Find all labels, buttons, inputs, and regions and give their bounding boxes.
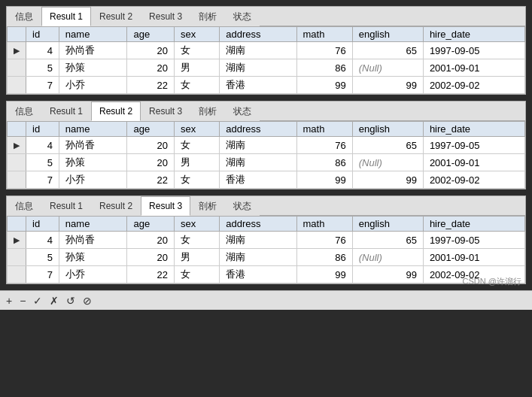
tab-1-3[interactable]: Result 3 xyxy=(141,7,190,26)
grid-1: idnameagesexaddressmathenglishhire_date▶… xyxy=(7,26,525,94)
cell-english: 99 xyxy=(352,171,423,189)
cell-sex: 女 xyxy=(175,42,220,59)
cell-age: 20 xyxy=(127,154,175,171)
tab-2-5[interactable]: 状态 xyxy=(225,102,260,121)
cell-name: 孙尚香 xyxy=(59,137,127,154)
tab-3-1[interactable]: Result 1 xyxy=(41,196,91,216)
table-row[interactable]: 5孙策20男湖南86(Null)2001-09-01 xyxy=(8,249,525,266)
cell-english: (Null) xyxy=(352,249,423,266)
cell-english: 65 xyxy=(352,42,423,59)
col-header-address: address xyxy=(220,122,296,137)
add-button[interactable]: + xyxy=(5,295,14,306)
row-indicator: ▶ xyxy=(8,137,26,154)
col-header-sex: sex xyxy=(175,122,220,137)
table-row[interactable]: 7小乔22女香港99992002-09-02 xyxy=(8,171,525,189)
col-header-age: age xyxy=(127,27,175,42)
tab-2-1[interactable]: Result 1 xyxy=(41,102,91,121)
col-header-age: age xyxy=(127,217,175,232)
stop-button[interactable]: ⊘ xyxy=(81,295,93,306)
table-row[interactable]: ▶4孙尚香20女湖南76651997-09-05 xyxy=(8,232,525,249)
cell-address: 湖南 xyxy=(220,59,296,77)
row-indicator xyxy=(8,171,26,189)
cell-hire_date: 2002-09-02 xyxy=(423,171,524,189)
cell-hire_date: 1997-09-05 xyxy=(423,137,524,154)
cell-id: 5 xyxy=(26,154,59,171)
cell-english: 99 xyxy=(352,266,423,283)
cell-age: 20 xyxy=(127,59,175,77)
col-header-math: math xyxy=(296,27,352,42)
cell-id: 4 xyxy=(26,232,59,249)
cell-address: 香港 xyxy=(220,266,296,283)
cell-name: 孙尚香 xyxy=(59,232,127,249)
tab-1-1[interactable]: Result 1 xyxy=(41,7,91,26)
table-row[interactable]: ▶4孙尚香20女湖南76651997-09-05 xyxy=(8,42,525,59)
tab-bar-1: 信息Result 1Result 2Result 3剖析状态 xyxy=(7,7,525,26)
tab-1-0[interactable]: 信息 xyxy=(7,7,41,26)
cell-age: 22 xyxy=(127,77,175,94)
col-header-name: name xyxy=(59,217,127,232)
col-header-hire_date: hire_date xyxy=(423,217,524,232)
confirm-button[interactable]: ✓ xyxy=(32,295,44,306)
tab-1-5[interactable]: 状态 xyxy=(225,7,260,26)
table-row[interactable]: ▶4孙尚香20女湖南76651997-09-05 xyxy=(8,137,525,154)
cell-hire_date: 2001-09-01 xyxy=(423,249,524,266)
tab-2-4[interactable]: 剖析 xyxy=(190,102,225,121)
table-row[interactable]: 7小乔22女香港99992002-09-02 xyxy=(8,266,525,283)
row-indicator xyxy=(8,266,26,283)
table-row[interactable]: 7小乔22女香港99992002-09-02 xyxy=(8,77,525,94)
col-header-id: id xyxy=(26,122,59,137)
cell-english: (Null) xyxy=(352,59,423,77)
cell-id: 4 xyxy=(26,42,59,59)
tab-3-3[interactable]: Result 3 xyxy=(141,196,190,216)
tab-2-2[interactable]: Result 2 xyxy=(91,102,141,121)
tab-1-4[interactable]: 剖析 xyxy=(190,7,225,26)
panel-3: 信息Result 1Result 2Result 3剖析状态idnameages… xyxy=(6,195,526,284)
tab-3-4[interactable]: 剖析 xyxy=(190,196,225,216)
cell-age: 22 xyxy=(127,171,175,189)
col-header-math: math xyxy=(296,122,352,137)
col-header-age: age xyxy=(127,122,175,137)
row-indicator: ▶ xyxy=(8,42,26,59)
remove-button[interactable]: − xyxy=(18,295,27,306)
cell-math: 86 xyxy=(296,249,352,266)
cell-hire_date: 2002-09-02 xyxy=(423,77,524,94)
tab-3-2[interactable]: Result 2 xyxy=(91,196,141,216)
panel-1: 信息Result 1Result 2Result 3剖析状态idnameages… xyxy=(6,6,526,95)
tab-2-0[interactable]: 信息 xyxy=(7,102,41,121)
cell-sex: 男 xyxy=(175,249,220,266)
cell-address: 湖南 xyxy=(220,154,296,171)
cell-id: 5 xyxy=(26,59,59,77)
col-header-address: address xyxy=(220,27,296,42)
cell-hire_date: 2001-09-01 xyxy=(423,59,524,77)
table-row[interactable]: 5孙策20男湖南86(Null)2001-09-01 xyxy=(8,59,525,77)
cell-math: 76 xyxy=(296,137,352,154)
refresh-button[interactable]: ↺ xyxy=(65,295,77,306)
col-header-english: english xyxy=(352,122,423,137)
tab-3-5[interactable]: 状态 xyxy=(225,196,260,216)
cell-english: 99 xyxy=(352,77,423,94)
col-header-id: id xyxy=(26,217,59,232)
cell-math: 99 xyxy=(296,266,352,283)
cell-hire_date: 2001-09-01 xyxy=(423,154,524,171)
cell-english: (Null) xyxy=(352,154,423,171)
col-header-hire_date: hire_date xyxy=(423,27,524,42)
col-header-sex: sex xyxy=(175,27,220,42)
tab-2-3[interactable]: Result 3 xyxy=(141,102,190,121)
cell-sex: 女 xyxy=(175,266,220,283)
cell-age: 22 xyxy=(127,266,175,283)
cancel-button[interactable]: ✗ xyxy=(48,295,60,306)
cell-id: 7 xyxy=(26,77,59,94)
cell-id: 7 xyxy=(26,171,59,189)
tab-bar-3: 信息Result 1Result 2Result 3剖析状态 xyxy=(7,196,525,216)
panel-2: 信息Result 1Result 2Result 3剖析状态idnameages… xyxy=(6,101,526,189)
cell-sex: 女 xyxy=(175,232,220,249)
col-header-name: name xyxy=(59,27,127,42)
tab-1-2[interactable]: Result 2 xyxy=(91,7,141,26)
cell-name: 小乔 xyxy=(59,77,127,94)
table-row[interactable]: 5孙策20男湖南86(Null)2001-09-01 xyxy=(8,154,525,171)
col-header-sex: sex xyxy=(175,217,220,232)
tab-3-0[interactable]: 信息 xyxy=(7,196,41,216)
row-indicator xyxy=(8,77,26,94)
cell-age: 20 xyxy=(127,137,175,154)
col-header-english: english xyxy=(352,217,423,232)
